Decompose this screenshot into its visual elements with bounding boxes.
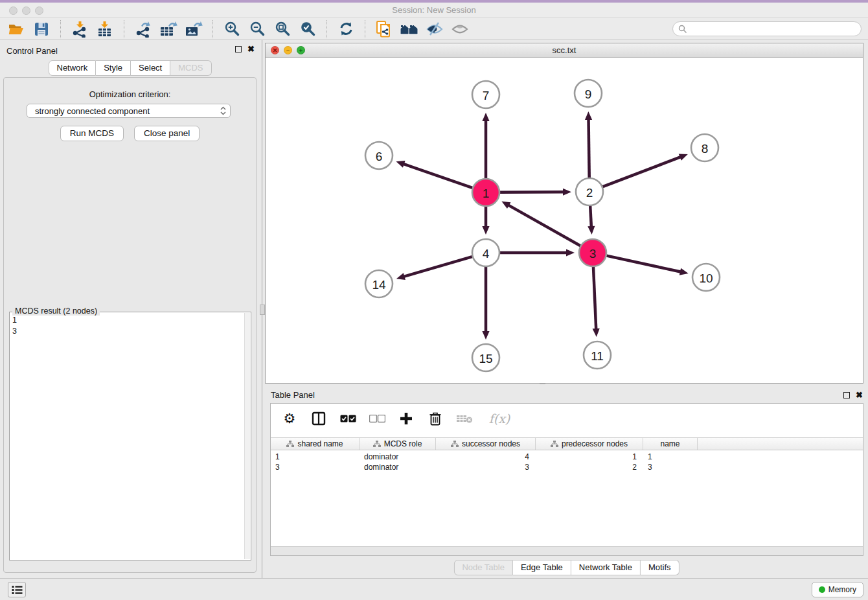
zoom-selected-button[interactable]: [298, 20, 317, 38]
save-floppy-icon: [34, 21, 49, 37]
table-header-row[interactable]: shared nameMCDS rolesuccessor nodesprede…: [271, 437, 863, 450]
close-panel-icon[interactable]: ✖: [856, 392, 863, 398]
import-table-button[interactable]: [95, 20, 115, 38]
network-document-icon: [375, 20, 393, 38]
cell[interactable]: dominator: [360, 452, 436, 462]
mcds-result-group: MCDS result (2 nodes) 1 3: [9, 312, 251, 560]
apply-layout-button[interactable]: [336, 20, 356, 38]
titlebar[interactable]: Session: New Session: [0, 3, 868, 18]
graph: 7968124314101511: [266, 58, 863, 383]
export-image-button[interactable]: [184, 20, 203, 38]
first-neighbors-button[interactable]: [400, 20, 419, 38]
delete-column-button[interactable]: [427, 410, 444, 427]
edge-arrowhead: [482, 113, 489, 121]
graph-edge-3-10[interactable]: [606, 256, 681, 272]
graph-edge-2-9[interactable]: [589, 119, 589, 178]
checked-boxes-icon: [340, 415, 356, 423]
homes-icon: [400, 21, 419, 37]
graph-edge-3-1[interactable]: [508, 205, 580, 246]
table-horizontal-scrollbar[interactable]: [271, 546, 863, 555]
add-column-button[interactable]: [398, 410, 415, 427]
result-scrollbar[interactable]: [244, 313, 250, 559]
column-header-successor-nodes[interactable]: successor nodes: [436, 438, 536, 450]
select-all-button[interactable]: [339, 410, 356, 427]
tab-motifs[interactable]: Motifs: [641, 560, 680, 575]
import-network-button[interactable]: [70, 20, 89, 38]
graph-edge-2-3[interactable]: [590, 206, 591, 227]
criterion-dropdown[interactable]: strongly connected component: [27, 104, 231, 118]
criterion-value: strongly connected component: [35, 106, 220, 116]
memory-button[interactable]: Memory: [812, 582, 863, 597]
cell[interactable]: 1: [271, 452, 360, 462]
close-panel-button[interactable]: Close panel: [134, 126, 200, 141]
graph-edge-4-14[interactable]: [403, 257, 472, 277]
export-table-button[interactable]: [159, 20, 178, 38]
control-panel-title: Control Panel: [6, 46, 58, 56]
new-network-from-selection-button[interactable]: [374, 20, 394, 38]
cell[interactable]: 1: [536, 452, 643, 462]
hide-selected-button[interactable]: [425, 20, 444, 38]
trash-icon: [429, 411, 442, 426]
cell[interactable]: 2: [536, 462, 643, 472]
float-panel-icon[interactable]: [843, 392, 850, 398]
show-column-panel-button[interactable]: [310, 410, 327, 427]
vertical-split-divider[interactable]: [260, 40, 265, 578]
zoom-in-icon: [224, 21, 240, 37]
node-table-container: ⚙: [270, 403, 863, 556]
network-canvas[interactable]: 7968124314101511: [266, 58, 863, 383]
open-session-button[interactable]: [6, 20, 26, 38]
graph-edge-3-11[interactable]: [593, 267, 596, 330]
search-input[interactable]: [690, 25, 856, 34]
cell[interactable]: 3: [436, 462, 536, 472]
graph-edge-1-6[interactable]: [403, 164, 472, 188]
node-label: 7: [483, 89, 490, 102]
cell[interactable]: 4: [436, 452, 536, 462]
graph-edge-1-2[interactable]: [500, 192, 564, 192]
graph-edge-2-8[interactable]: [603, 157, 681, 187]
import-table-icon: [97, 21, 113, 38]
column-settings-button[interactable]: ⚙: [281, 410, 298, 427]
table-panel: Table Panel ✖ ⚙: [265, 386, 868, 578]
network-window-titlebar[interactable]: ✕ − + scc.txt: [266, 43, 863, 58]
tab-select[interactable]: Select: [131, 60, 170, 76]
table-toolbar: ⚙: [271, 404, 863, 433]
close-panel-icon[interactable]: ✖: [247, 46, 255, 52]
column-header-name[interactable]: name: [643, 438, 698, 450]
zoom-fit-button[interactable]: [273, 20, 292, 38]
automation-panel-button[interactable]: [8, 582, 26, 597]
zoom-in-button[interactable]: [222, 20, 242, 38]
float-panel-icon[interactable]: [235, 46, 242, 52]
delete-table-button[interactable]: [456, 410, 473, 427]
cell[interactable]: 3: [271, 462, 360, 472]
split-grip[interactable]: [260, 305, 265, 315]
export-network-button[interactable]: [133, 20, 153, 38]
tab-mcds[interactable]: MCDS: [170, 60, 211, 76]
zoom-out-icon: [249, 21, 266, 37]
memory-label: Memory: [828, 585, 856, 594]
unchecked-boxes-icon: [369, 415, 385, 423]
cell[interactable]: 3: [643, 462, 698, 472]
save-session-button[interactable]: [32, 20, 51, 38]
column-header-MCDS-role[interactable]: MCDS role: [360, 438, 436, 450]
cell[interactable]: dominator: [360, 462, 436, 472]
table-row[interactable]: 1dominator411: [271, 452, 863, 462]
toolbar-separator: [212, 20, 213, 38]
run-mcds-button[interactable]: Run MCDS: [60, 126, 124, 141]
node-label: 4: [483, 247, 490, 260]
tab-node-table[interactable]: Node Table: [453, 560, 513, 575]
attribute-type-icon: [373, 441, 381, 448]
tab-style[interactable]: Style: [96, 60, 131, 76]
cell[interactable]: 1: [643, 452, 698, 462]
tab-edge-table[interactable]: Edge Table: [513, 560, 571, 575]
table-row[interactable]: 3dominator323: [271, 462, 863, 472]
column-header-predecessor-nodes[interactable]: predecessor nodes: [536, 438, 643, 450]
column-header-shared-name[interactable]: shared name: [271, 438, 360, 450]
search-field[interactable]: [672, 21, 862, 36]
function-builder-button[interactable]: f(x): [485, 410, 514, 427]
edge-arrowhead: [396, 161, 405, 168]
tab-network-table[interactable]: Network Table: [571, 560, 641, 575]
zoom-out-button[interactable]: [247, 20, 267, 38]
deselect-all-button[interactable]: [369, 410, 385, 427]
show-all-button[interactable]: [450, 20, 470, 38]
tab-network[interactable]: Network: [48, 60, 96, 76]
